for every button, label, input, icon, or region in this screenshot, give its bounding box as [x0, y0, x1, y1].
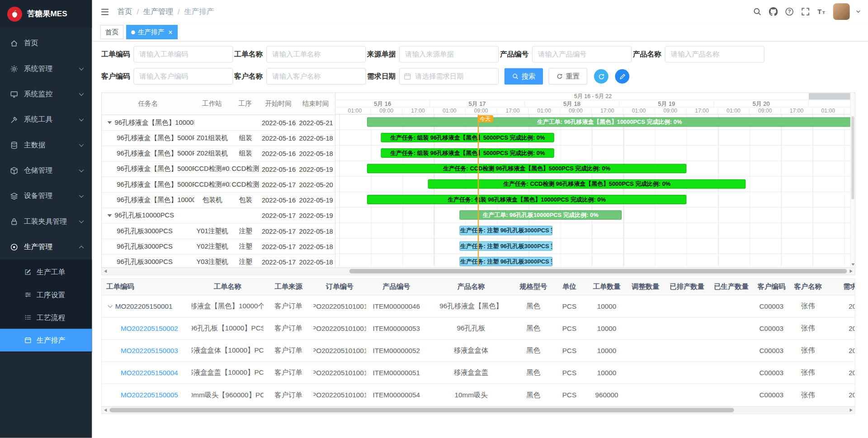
table-cell: 96孔孔板: [427, 318, 515, 339]
work-order-link[interactable]: MO202205150002: [121, 325, 178, 332]
search-button[interactable]: 搜索: [505, 68, 543, 85]
hamburger-icon[interactable]: [100, 7, 110, 16]
scroll-left-arrow-icon[interactable]: [102, 268, 109, 275]
gantt-grid-row[interactable]: 96孔移液盒【黑色】5000PCS Z01组装机 组装 2022-05-16 2…: [102, 131, 335, 146]
sidebar-item-home[interactable]: 首页: [0, 30, 92, 56]
sidebar-item-fixture-mgmt[interactable]: 工装夹具管理: [0, 209, 92, 234]
tabs-bar: 首页生产排产×: [92, 23, 868, 41]
edit-circle-button[interactable]: [615, 69, 629, 84]
gantt-grid-row[interactable]: 96孔孔板3000PCS Y02注塑机 注塑 2022-05-17 2022-0…: [102, 239, 335, 254]
search-icon[interactable]: [753, 7, 762, 16]
sidebar-item-equipment-mgmt[interactable]: 设备管理: [0, 183, 92, 208]
gantt-bar[interactable]: 生产任务: 注塑 96孔孔板3000PCS 完成比例: 0%: [460, 226, 552, 235]
tab-1[interactable]: 生产排产×: [126, 25, 177, 39]
github-icon[interactable]: [769, 7, 778, 16]
scrollbar-thumb[interactable]: [851, 116, 854, 199]
demand-date-input[interactable]: [399, 68, 499, 85]
breadcrumb-item[interactable]: 首页: [118, 7, 132, 17]
gantt-bar[interactable]: 生产任务: 注塑 96孔孔板3000PCS 完成比例: 0%: [460, 257, 552, 266]
submenu-item-process-setting[interactable]: 工序设置: [0, 283, 92, 306]
submenu-item-work-order[interactable]: 生产工单: [0, 261, 92, 283]
customer-name-input[interactable]: [266, 68, 366, 85]
gantt-vertical-scrollbar[interactable]: [850, 93, 855, 268]
breadcrumb-item[interactable]: 生产管理: [143, 7, 173, 17]
fullscreen-icon[interactable]: [801, 7, 810, 16]
table-cell: 96孔移液盒【黑色】: [427, 296, 515, 317]
product-code-input[interactable]: [532, 46, 632, 63]
gantt-grid-row[interactable]: 96孔孔板10000PCS 2022-05-17 2022-05-19: [102, 208, 335, 223]
scroll-right-arrow-icon[interactable]: [848, 268, 855, 275]
filter-field-work-order-code: 工单编码: [101, 46, 234, 63]
customer-code-input[interactable]: [133, 68, 233, 85]
gantt-grid-row[interactable]: 96孔移液盒【黑色】5000PCS CCD检测#01 CCD检测 2022-05…: [102, 162, 335, 177]
work-order-name-input[interactable]: [266, 46, 366, 63]
table-cell: ITEM00000053: [366, 318, 427, 339]
collapse-caret-icon[interactable]: [108, 121, 112, 124]
timeline-hour-label: 09:00: [655, 108, 687, 114]
reset-button[interactable]: 重置: [548, 68, 587, 85]
timeline-hour-label: 09:00: [560, 108, 592, 114]
sidebar-item-production-mgmt[interactable]: 生产管理: [0, 234, 92, 259]
sidebar-item-system-mgmt[interactable]: 系统管理: [0, 56, 92, 81]
work-order-code-input[interactable]: [133, 46, 233, 63]
gantt-task-grid: 任务名工作站工序开始时间结束时间 96孔移液盒【黑色】10000PCS 2022…: [102, 93, 335, 268]
help-icon[interactable]: ?: [785, 7, 794, 16]
gantt-grid-row[interactable]: 96孔孔板3000PCS Y01注塑机 注塑 2022-05-17 2022-0…: [102, 224, 335, 239]
gantt-bar[interactable]: 生产工单: 96孔孔板10000PCS 完成比例: 0%: [460, 210, 622, 220]
table-row[interactable]: MO202205150005 10mm吸头【960000】PCS客户订单PO20…: [102, 384, 854, 406]
submenu-item-craft-flow[interactable]: 工艺流程: [0, 306, 92, 329]
table-row[interactable]: MO202205150003 移液盒盒体【10000】PCS客户订单PO2022…: [102, 340, 854, 362]
gantt-bar[interactable]: 生产任务: 组装 96孔移液盒【黑色】5000PCS 完成比例: 0%: [381, 148, 554, 158]
gantt-bar[interactable]: 生产任务: 注塑 96孔孔板3000PCS 完成比例: 0%: [460, 241, 552, 251]
scrollbar-thumb[interactable]: [109, 408, 734, 412]
scroll-left-arrow-icon[interactable]: [102, 407, 109, 414]
table-cell: 客户订单: [264, 340, 313, 362]
gantt-bar[interactable]: 生产工单: 96孔移液盒【黑色】10000PCS 完成比例: 0%: [367, 118, 850, 127]
sidebar-item-system-monitor[interactable]: 系统监控: [0, 81, 92, 107]
gantt-grid-row[interactable]: 96孔移液盒【黑色】10000PCS 2022-05-16 2022-05-21: [102, 115, 335, 131]
table-row[interactable]: MO202205150004 移液盒盒盖【10000】PCS客户订单PO2022…: [102, 362, 854, 384]
scroll-down-arrow-icon[interactable]: [851, 264, 854, 266]
gantt-grid-row[interactable]: 96孔移液盒【黑色】5000PCS CCD检测#02 CCD检测 2022-05…: [102, 177, 335, 193]
submenu-item-scheduling[interactable]: 生产排产: [0, 329, 92, 351]
timeline-hour-label: 01:00: [623, 108, 655, 114]
source-doc-input[interactable]: [399, 46, 499, 63]
task-start: 2022-05-16: [261, 119, 297, 127]
sidebar-item-system-tools[interactable]: 系统工具: [0, 107, 92, 132]
row-expand-caret[interactable]: [108, 303, 112, 308]
work-order-link[interactable]: MO202205150003: [121, 347, 178, 354]
sidebar-item-master-data[interactable]: 主数据: [0, 132, 92, 158]
tab-close-icon[interactable]: ×: [168, 28, 172, 36]
gantt-grid-row[interactable]: 96孔孔板3000PCS Y03注塑机 注塑 2022-05-17 2022-0…: [102, 254, 335, 267]
collapse-caret-icon[interactable]: [108, 214, 112, 217]
table-cell: 202: [826, 362, 854, 384]
table-row[interactable]: MO202205150002 96孔孔板【10000】PCS客户订单PO2022…: [102, 318, 854, 340]
scrollbar-thumb[interactable]: [349, 269, 847, 273]
task-process: 组装: [230, 149, 260, 158]
work-order-link[interactable]: MO202205150004: [121, 369, 178, 377]
navbar-actions: ?TT: [753, 3, 859, 20]
product-name-input[interactable]: [665, 46, 764, 63]
tab-0[interactable]: 首页: [100, 25, 123, 39]
task-end: 2022-05-18: [297, 150, 335, 157]
fontsize-icon[interactable]: TT: [817, 7, 826, 16]
gantt-grid-row[interactable]: 96孔移液盒【黑色】10000PCS 包装机 包装 2022-05-16 202…: [102, 193, 335, 208]
gantt-bar[interactable]: 生产任务: CCD检测 96孔移液盒【黑色】5000PCS 完成比例: 0%: [367, 164, 687, 173]
scroll-right-arrow-icon[interactable]: [848, 407, 855, 414]
refresh-circle-button[interactable]: [594, 69, 609, 84]
table-header-1: 工单名称: [192, 279, 264, 295]
gantt-bar[interactable]: 生产任务: 组装 96孔移液盒【黑色】5000PCS 完成比例: 0%: [381, 133, 554, 142]
work-order-link[interactable]: MO202205150005: [121, 391, 178, 399]
gantt-horizontal-scrollbar[interactable]: [102, 267, 854, 274]
filter-field-customer-name: 客户名称: [234, 68, 367, 85]
chevron-down-icon[interactable]: [856, 9, 860, 13]
gantt-bar[interactable]: 生产任务: 包装 96孔移液盒【黑色】10000PCS 完成比例: 0%: [367, 195, 687, 204]
table-horizontal-scrollbar[interactable]: [102, 406, 854, 414]
work-order-link[interactable]: MO202205150001: [115, 302, 173, 310]
gantt-bar[interactable]: 生产任务: CCD检测 96孔移液盒【黑色】5000PCS 完成比例: 0%: [428, 179, 745, 189]
table-row[interactable]: MO202205150001 移液盒【黑色】10000个客户订单PO202205…: [102, 296, 854, 318]
sidebar-item-warehouse-mgmt[interactable]: 仓储管理: [0, 158, 92, 183]
user-avatar[interactable]: [833, 3, 850, 20]
gantt-grid-row[interactable]: 96孔移液盒【黑色】5000PCS Z02组装机 组装 2022-05-16 2…: [102, 146, 335, 161]
monitor-icon: [10, 90, 18, 98]
